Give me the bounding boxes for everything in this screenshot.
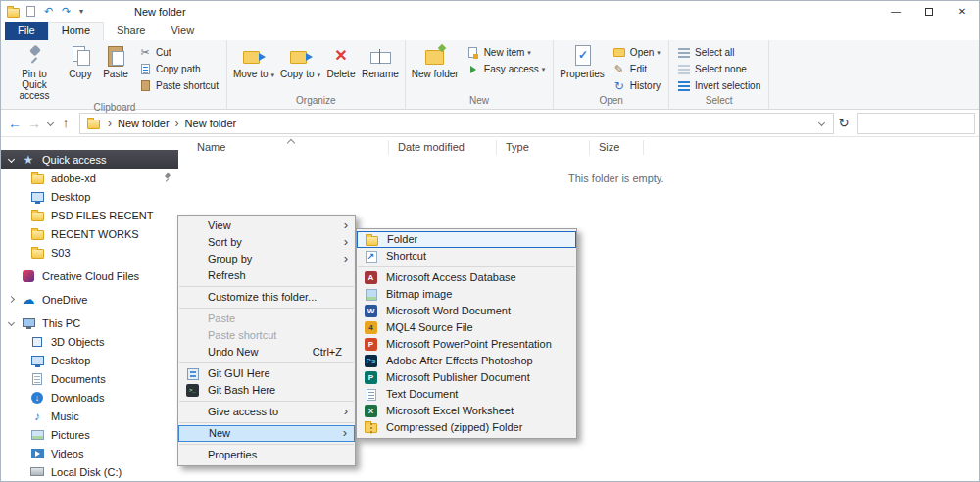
menu-item-new[interactable]: New › [178, 425, 355, 442]
sidebar-item-creative-cloud-files[interactable]: Creative Cloud Files [1, 266, 178, 285]
copy-button[interactable]: Copy [63, 41, 98, 101]
address-dropdown[interactable] [813, 120, 829, 125]
back-button[interactable]: ← [5, 113, 24, 134]
sidebar-item-desktop[interactable]: Desktop [1, 351, 178, 369]
menu-item-git-gui-here[interactable]: Git GUI Here [178, 365, 355, 382]
select-all-button[interactable]: Select all [674, 44, 763, 61]
recent-locations-dropdown[interactable] [44, 113, 56, 134]
sidebar-item-pictures[interactable]: Pictures [1, 425, 178, 444]
up-button[interactable]: ↑ [56, 113, 75, 134]
label: Microsoft Word Document [386, 305, 511, 316]
move-to-button[interactable]: Move to▾ [230, 41, 277, 94]
invert-selection-button[interactable]: Invert selection [674, 77, 763, 94]
menu-item-customize-this-folder[interactable]: Customize this folder... [178, 289, 355, 306]
menu-item-give-access-to[interactable]: Give access to › [178, 404, 355, 420]
sidebar-item-onedrive[interactable]: ☁ OneDrive [1, 290, 178, 309]
menu-item-sort-by[interactable]: Sort by › [178, 234, 355, 251]
qat-dropdown-icon[interactable]: ▾ [76, 4, 86, 19]
submenu-item-bitmap-image[interactable]: Bitmap image [357, 286, 576, 303]
select-none-button[interactable]: Select none [674, 61, 763, 77]
column-header-type[interactable]: Type [506, 141, 529, 153]
menu-item-properties[interactable]: Properties [178, 447, 355, 463]
submenu-item-word-document[interactable]: W Microsoft Word Document [357, 303, 576, 319]
folder-icon [30, 247, 44, 259]
submenu-item-folder[interactable]: Folder [357, 231, 576, 248]
label: Downloads [51, 392, 104, 404]
qat-redo-icon[interactable]: ↷ [59, 4, 74, 19]
submenu-item-compressed-zipped-folder[interactable]: Compressed (zipped) Folder [357, 419, 576, 436]
tab-share[interactable]: Share [104, 22, 158, 40]
search-input[interactable] [858, 113, 975, 134]
new-folder-button[interactable]: New folder [409, 41, 462, 94]
chevron-down-icon[interactable] [8, 319, 15, 326]
sidebar-item-videos[interactable]: Videos [1, 444, 178, 462]
paste-shortcut-button[interactable]: Paste shortcut [135, 77, 221, 94]
submenu-item-shortcut[interactable]: ↗ Shortcut [357, 248, 576, 265]
chevron-down-icon[interactable] [8, 156, 15, 163]
column-headers: Name Date modified Type Size [178, 137, 979, 159]
breadcrumb-item[interactable]: New folder [185, 118, 237, 129]
submenu-item-after-effects-photoshop[interactable]: Ps Adobe After Effects Photoshop [357, 353, 576, 369]
qat-properties-icon[interactable] [24, 4, 38, 19]
column-header-size[interactable]: Size [599, 141, 619, 153]
delete-button[interactable]: ✕ Delete [323, 41, 359, 94]
menu-item-undo-new[interactable]: Undo New Ctrl+Z [178, 344, 355, 361]
minimize-button[interactable]: — [879, 1, 912, 22]
sidebar-item-s03[interactable]: S03 [1, 243, 178, 262]
sidebar-item-downloads[interactable]: ↓ Downloads [1, 388, 178, 407]
forward-button[interactable]: → [24, 113, 44, 134]
paste-button[interactable]: Paste [98, 41, 133, 101]
maximize-button[interactable] [912, 1, 946, 22]
rename-button[interactable]: Rename [359, 41, 402, 94]
menu-item-paste-shortcut: Paste shortcut [178, 327, 355, 344]
label: Microsoft Access Database [386, 271, 516, 283]
cut-button[interactable]: ✂ Cut [135, 44, 221, 61]
copy-to-button[interactable]: Copy to▾ [277, 41, 323, 94]
submenu-item-access-database[interactable]: A Microsoft Access Database [357, 269, 576, 286]
sidebar-item-desktop-pinned[interactable]: Desktop [1, 187, 178, 206]
submenu-item-excel-worksheet[interactable]: X Microsoft Excel Worksheet [357, 403, 576, 419]
column-header-date-modified[interactable]: Date modified [398, 141, 465, 153]
file-tab[interactable]: File [5, 22, 48, 40]
sidebar-item-adobe-xd[interactable]: adobe-xd [1, 169, 178, 187]
desktop-icon [30, 192, 44, 202]
sidebar-item-local-disk-c[interactable]: Local Disk (C:) [1, 462, 178, 480]
sidebar-item-documents[interactable]: Documents [1, 369, 178, 388]
close-button[interactable]: ✕ [946, 1, 979, 22]
menu-item-refresh[interactable]: Refresh [178, 267, 355, 284]
menu-item-group-by[interactable]: Group by › [178, 251, 355, 267]
easy-access-button[interactable]: Easy access ▾ [464, 61, 549, 77]
breadcrumb[interactable]: › New folder › New folder [79, 113, 834, 134]
refresh-button[interactable]: ↻ [834, 113, 854, 134]
chevron-right-icon[interactable] [8, 296, 15, 303]
sidebar-item-3d-objects[interactable]: 3D Objects [1, 332, 178, 351]
history-button[interactable]: ↻ History [610, 77, 663, 94]
label: Git GUI Here [208, 367, 270, 379]
column-header-name[interactable]: Name [197, 141, 225, 153]
sidebar-item-music[interactable]: ♪ Music [1, 407, 178, 425]
copy-path-button[interactable]: Copy path [135, 61, 221, 77]
menu-item-view[interactable]: View › [178, 217, 355, 234]
menu-item-git-bash-here[interactable]: >_ Git Bash Here [178, 382, 355, 399]
pin-to-quick-access-button[interactable]: Pin to Quick access [6, 41, 63, 101]
tab-view[interactable]: View [158, 22, 207, 40]
submenu-item-publisher-document[interactable]: P Microsoft Publisher Document [357, 369, 576, 386]
menu-separator [179, 401, 354, 402]
sidebar-item-recent-works[interactable]: RECENT WORKS [1, 224, 178, 243]
submenu-arrow-icon: › [344, 217, 348, 234]
sidebar-item-quick-access[interactable]: ★ Quick access [1, 150, 178, 169]
qat-undo-icon[interactable]: ↶ [41, 4, 56, 19]
open-button[interactable]: Open ▾ [610, 44, 663, 61]
properties-button[interactable]: ✓ Properties [557, 41, 608, 94]
breadcrumb-item[interactable]: New folder [118, 118, 170, 129]
rename-icon [368, 43, 393, 68]
sidebar-item-this-pc[interactable]: This PC [1, 313, 178, 332]
sidebar-item-psd-files-recent[interactable]: PSD FILES RECENT [1, 206, 178, 224]
submenu-item-powerpoint-presentation[interactable]: P Microsoft PowerPoint Presentation [357, 336, 576, 353]
submenu-item-mql4-source-file[interactable]: 4 MQL4 Source File [357, 319, 576, 336]
tab-home[interactable]: Home [48, 22, 104, 40]
submenu-item-text-document[interactable]: Text Document [357, 386, 576, 403]
downloads-icon: ↓ [30, 392, 44, 404]
edit-button[interactable]: ✎ Edit [610, 61, 663, 77]
new-item-button[interactable]: New item ▾ [464, 44, 549, 61]
